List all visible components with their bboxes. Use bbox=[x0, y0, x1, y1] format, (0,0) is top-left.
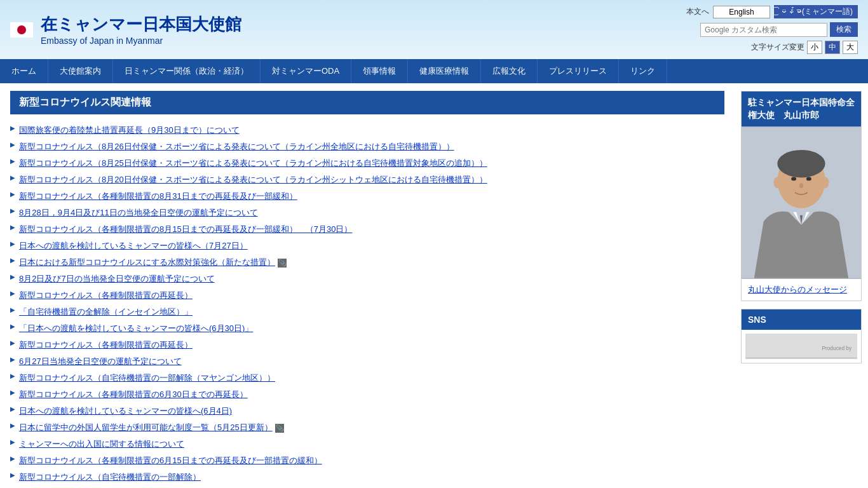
news-link[interactable]: 日本に留学中の外国人留学生が利用可能な制度一覧（5月25日更新） bbox=[19, 423, 273, 432]
news-item: 日本における新型コロナウイルスにする水際対策強化（新たな措置）📎 bbox=[10, 254, 724, 271]
nav-item-1[interactable]: 大使館案内 bbox=[48, 59, 113, 83]
news-link[interactable]: 新型コロナウイルス（各種制限措置の6月15日までの再延長及び一部措置の緩和） bbox=[19, 456, 322, 465]
news-item: 6月27日当地発全日空便の運航予定について bbox=[10, 353, 724, 370]
myanmar-lang-button[interactable]: မြန်မာ(ミャンマー語) bbox=[774, 5, 858, 18]
news-item: 「自宅待機措置の全解除（インセイン地区）」 bbox=[10, 304, 724, 320]
news-item: ミャンマーへの出入国に関する情報について bbox=[10, 436, 724, 452]
news-item: 新型コロナウイルス（8月20日付保健・スポーツ省による発表について（ラカイン州シ… bbox=[10, 172, 724, 188]
svg-point-7 bbox=[799, 184, 803, 189]
nav-item-6[interactable]: 広報文化 bbox=[481, 59, 538, 83]
news-link[interactable]: ミャンマーへの出入国に関する情報について bbox=[19, 439, 184, 449]
svg-text:Produced by: Produced by bbox=[822, 345, 852, 351]
news-item: 新型コロナウイルス（8月26日付保健・スポーツ省による発表について（ラカイン州全… bbox=[10, 139, 724, 155]
ambassador-photo bbox=[742, 126, 861, 279]
news-link[interactable]: 新型コロナウイルス（8月26日付保健・スポーツ省による発表について（ラカイン州全… bbox=[19, 142, 454, 151]
news-link[interactable]: 新型コロナウイルス（各種制限措置の再延長） bbox=[19, 340, 193, 349]
news-link[interactable]: 8月28日，9月4日及び11日の当地発全日空便の運航予定について bbox=[19, 208, 258, 217]
news-item: 日本への渡航を検討しているミャンマーの皆様へ（7月27日） bbox=[10, 238, 724, 254]
news-item: 新型コロナウイルス（各種制限措置の8月15日までの再延長及び一部緩和） （7月3… bbox=[10, 221, 724, 238]
news-item: 新型コロナウイルス（自宅待機措置の一部解除） bbox=[10, 469, 724, 485]
svg-point-4 bbox=[777, 150, 825, 178]
ambassador-header: 駐ミャンマー日本国特命全権大使 丸山市郎 bbox=[742, 92, 861, 126]
news-link[interactable]: 新型コロナウイルス（自宅待機措置の一部解除） bbox=[19, 472, 201, 482]
site-title-english: Embassy of Japan in Myanmar bbox=[41, 36, 241, 46]
nav-item-4[interactable]: 領事情報 bbox=[351, 59, 408, 83]
attachment-icon: 📎 bbox=[275, 424, 284, 433]
fontsize-large-button[interactable]: 大 bbox=[843, 41, 858, 54]
search-input[interactable] bbox=[700, 23, 827, 37]
svg-point-1 bbox=[17, 25, 26, 34]
news-item: 新型コロナウイルス（各種制限措置の6月15日までの再延長及び一部措置の緩和） bbox=[10, 452, 724, 469]
header-right: 本文へ English မြန်မာ(ミャンマー語) 検索 文字サイズ変更 小 … bbox=[686, 5, 858, 54]
english-lang-box[interactable]: English bbox=[713, 6, 770, 18]
japan-flag bbox=[10, 22, 33, 37]
svg-point-6 bbox=[806, 177, 811, 181]
nav-item-0[interactable]: ホーム bbox=[0, 59, 48, 83]
news-item: 新型コロナウイルス（各種制限措置の6月30日までの再延長） bbox=[10, 386, 724, 403]
main-text-label: 本文へ bbox=[686, 6, 709, 17]
site-title-block: 在ミャンマー日本国大使館 Embassy of Japan in Myanmar bbox=[41, 13, 241, 46]
sns-section: SNS Produced by bbox=[741, 309, 862, 363]
section-header: 新型コロナウイルス関連情報 bbox=[10, 91, 724, 114]
news-link[interactable]: 新型コロナウイルス（各種制限措置の再延長） bbox=[19, 290, 193, 300]
news-link[interactable]: 新型コロナウイルス（各種制限措置の8月15日までの再延長及び一部緩和） （7月3… bbox=[19, 224, 352, 234]
language-row: 本文へ English မြန်မာ(ミャンマー語) bbox=[686, 5, 858, 18]
svg-point-9 bbox=[822, 177, 829, 189]
main-navigation: ホーム大使館案内日ミャンマー関係（政治・経済）対ミャンマーODA領事情報健康医療… bbox=[0, 59, 868, 83]
svg-point-5 bbox=[791, 177, 796, 181]
sns-header: SNS bbox=[742, 309, 861, 330]
news-item: 新型コロナウイルス（8月25日付保健・スポーツ省による発表について（ラカイン州に… bbox=[10, 155, 724, 172]
news-link[interactable]: 6月27日当地発全日空便の運航予定について bbox=[19, 356, 182, 366]
news-link[interactable]: 日本への渡航を検討しているミャンマーの皆様へ（7月27日） bbox=[19, 241, 248, 250]
main-layout: 新型コロナウイルス関連情報 国際旅客便の着陸禁止措置再延長（9月30日まで）につ… bbox=[0, 83, 868, 488]
news-link[interactable]: 「日本への渡航を検討しているミャンマーの皆様へ(6月30日)」 bbox=[19, 323, 253, 333]
news-link[interactable]: 新型コロナウイルス（8月20日付保健・スポーツ省による発表について（ラカイン州シ… bbox=[19, 175, 487, 184]
search-row: 検索 bbox=[700, 22, 858, 37]
content-area: 新型コロナウイルス関連情報 国際旅客便の着陸禁止措置再延長（9月30日まで）につ… bbox=[0, 83, 735, 488]
news-item: 「日本への渡航を検討しているミャンマーの皆様へ(6月30日)」 bbox=[10, 320, 724, 337]
news-link[interactable]: 新型コロナウイルス（各種制限措置の6月30日までの再延長） bbox=[19, 390, 248, 399]
fontsize-row: 文字サイズ変更 小 中 大 bbox=[751, 41, 858, 54]
search-button[interactable]: 検索 bbox=[830, 22, 858, 37]
nav-item-5[interactable]: 健康医療情報 bbox=[408, 59, 481, 83]
fontsize-small-button[interactable]: 小 bbox=[807, 41, 822, 54]
nav-item-3[interactable]: 対ミャンマーODA bbox=[261, 59, 351, 83]
news-item: 8月28日，9月4日及び11日の当地発全日空便の運航予定について bbox=[10, 205, 724, 221]
news-link[interactable]: 新型コロナウイルス（自宅待機措置の一部解除（マヤンゴン地区）） bbox=[19, 373, 275, 383]
news-item: 日本への渡航を検討しているミャンマーの皆様へ(6月4日) bbox=[10, 403, 724, 419]
news-item: 新型コロナウイルス（各種制限措置の再延長） bbox=[10, 337, 724, 353]
ambassador-message-link[interactable]: 丸山大使からのメッセージ bbox=[742, 279, 861, 301]
sns-image: Produced by bbox=[745, 334, 857, 359]
news-link[interactable]: 新型コロナウイルス（8月25日付保健・スポーツ省による発表について（ラカイン州に… bbox=[19, 158, 487, 168]
news-link[interactable]: 日本における新型コロナウイルスにする水際対策強化（新たな措置） bbox=[19, 257, 275, 267]
sidebar: 駐ミャンマー日本国特命全権大使 丸山市郎 bbox=[735, 83, 868, 488]
news-link[interactable]: 日本への渡航を検討しているミャンマーの皆様へ(6月4日) bbox=[19, 406, 232, 416]
news-item: 国際旅客便の着陸禁止措置再延長（9月30日まで）について bbox=[10, 122, 724, 139]
ambassador-section: 駐ミャンマー日本国特命全権大使 丸山市郎 bbox=[741, 91, 862, 301]
news-item: 8月2日及び7日の当地発全日空便の運航予定について bbox=[10, 271, 724, 287]
news-link[interactable]: 8月2日及び7日の当地発全日空便の運航予定について bbox=[19, 274, 215, 283]
news-item: 日本に留学中の外国人留学生が利用可能な制度一覧（5月25日更新）📎 bbox=[10, 419, 724, 436]
fontsize-medium-button[interactable]: 中 bbox=[825, 41, 840, 54]
header-left: 在ミャンマー日本国大使館 Embassy of Japan in Myanmar bbox=[10, 13, 241, 46]
news-item: 新型コロナウイルス（各種制限措置の8月31日までの再延長及び一部緩和） bbox=[10, 188, 724, 205]
site-header: 在ミャンマー日本国大使館 Embassy of Japan in Myanmar… bbox=[0, 0, 868, 59]
site-title-japanese: 在ミャンマー日本国大使館 bbox=[41, 13, 241, 36]
sns-content: Produced by bbox=[742, 330, 861, 363]
fontsize-label: 文字サイズ変更 bbox=[751, 42, 804, 53]
news-link[interactable]: 新型コロナウイルス（各種制限措置の8月31日までの再延長及び一部緩和） bbox=[19, 191, 297, 201]
news-link[interactable]: 国際旅客便の着陸禁止措置再延長（9月30日まで）について bbox=[19, 125, 240, 135]
nav-item-8[interactable]: リンク bbox=[619, 59, 667, 83]
nav-item-2[interactable]: 日ミャンマー関係（政治・経済） bbox=[113, 59, 261, 83]
news-item: 新型コロナウイルス（各種制限措置の再延長） bbox=[10, 287, 724, 304]
news-list: 国際旅客便の着陸禁止措置再延長（9月30日まで）について新型コロナウイルス（8月… bbox=[10, 122, 724, 485]
svg-point-8 bbox=[773, 177, 781, 189]
news-item: 新型コロナウイルス（自宅待機措置の一部解除（マヤンゴン地区）） bbox=[10, 370, 724, 386]
nav-item-7[interactable]: プレスリリース bbox=[538, 59, 619, 83]
news-link[interactable]: 「自宅待機措置の全解除（インセイン地区）」 bbox=[19, 307, 193, 316]
attachment-icon: 📎 bbox=[278, 259, 287, 268]
